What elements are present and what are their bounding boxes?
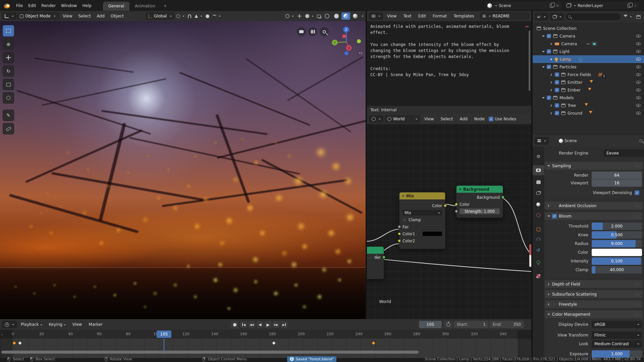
ambient-occlusion-panel-header[interactable]: Ambient Occlusion: [545, 202, 643, 209]
edge-node-right-top[interactable]: [529, 244, 531, 255]
row-scene-collection[interactable]: Scene Collection: [533, 24, 644, 32]
tab-object[interactable]: [533, 224, 544, 234]
color2-input-socket[interactable]: [398, 239, 401, 242]
row-ember[interactable]: ✓ Ember: [533, 86, 644, 94]
scene-selector[interactable]: Scene ×: [486, 2, 562, 9]
radius-slider[interactable]: 9.000: [592, 240, 642, 247]
use-nodes-checkbox[interactable]: ✓: [489, 117, 493, 121]
tab-render[interactable]: [533, 165, 544, 175]
transform-orientation-dropdown[interactable]: Global: [146, 12, 174, 20]
editor-type-button[interactable]: [535, 137, 549, 144]
depth-of-field-panel-header[interactable]: Depth of Field: [545, 280, 643, 288]
display-filter-dropdown[interactable]: [550, 13, 564, 20]
new-collection-button[interactable]: [635, 13, 642, 20]
freestyle-checkbox[interactable]: [552, 302, 557, 307]
menu-view[interactable]: View: [70, 321, 85, 328]
visibility-eye-icon[interactable]: [636, 35, 641, 38]
render-layer-selector[interactable]: RenderLayer ×: [565, 2, 640, 9]
color-management-panel-header[interactable]: Color Management: [545, 310, 643, 318]
text-content[interactable]: Animated file with particles, animated m…: [367, 21, 531, 106]
knee-slider[interactable]: 0.500: [592, 231, 642, 239]
menu-playback[interactable]: Playback: [18, 321, 45, 328]
strength-input-socket[interactable]: [455, 210, 458, 213]
pivot-point-dropdown[interactable]: [175, 12, 186, 20]
mode-dropdown[interactable]: Object Mode: [17, 12, 59, 20]
background-node-header[interactable]: Background: [457, 186, 503, 193]
edge-node[interactable]: der: [367, 246, 384, 279]
keyframe-diamond[interactable]: [272, 341, 276, 345]
timeline[interactable]: Playback Keying View Marker ◀ ◀◆ ◀ ▶ ◆▶ …: [0, 319, 531, 358]
bloom-panel-header[interactable]: ✓ Bloom: [545, 212, 643, 220]
tool-annotate[interactable]: ✎: [3, 110, 14, 121]
shading-rendered-button[interactable]: [351, 12, 360, 20]
visibility-eye-icon[interactable]: [636, 88, 641, 92]
editor-type-button[interactable]: [369, 12, 383, 20]
proportional-falloff-dropdown[interactable]: [211, 12, 222, 20]
editor-type-button[interactable]: [2, 12, 16, 20]
clamp-slider[interactable]: 40.000: [592, 266, 642, 274]
intensity-slider[interactable]: 0.100: [592, 257, 642, 265]
menu-view[interactable]: View: [422, 116, 436, 122]
menu-edit[interactable]: Edit: [25, 2, 39, 9]
expand-icon[interactable]: [551, 58, 553, 61]
keyframe-track[interactable]: [0, 339, 531, 358]
clamp-checkbox[interactable]: [402, 218, 407, 222]
collapse-icon[interactable]: [459, 189, 462, 191]
proportional-edit-toggle[interactable]: [204, 12, 211, 20]
copy-scene-icon[interactable]: [550, 4, 553, 8]
tab-view-layer[interactable]: [533, 188, 544, 198]
properties-editor[interactable]: Scene ⚙ ↺ Render Engine Eevee Sampling R…: [533, 135, 644, 358]
show-overlays-dropdown[interactable]: [304, 12, 315, 20]
tool-measure[interactable]: [3, 123, 14, 134]
visibility-eye-icon[interactable]: [636, 104, 641, 107]
row-emitter[interactable]: ✓ Emitter: [533, 78, 644, 86]
snap-target-dropdown[interactable]: [193, 12, 204, 20]
outliner[interactable]: Scene Collection ✓ Camera Camera ↪ ✓ Lig…: [533, 11, 644, 135]
play-button[interactable]: ▶: [264, 321, 272, 328]
edge-node-header[interactable]: [367, 247, 384, 254]
use-preview-range-button[interactable]: [444, 321, 452, 328]
row-force-fields[interactable]: ✓ Force Fields ))) 2: [533, 71, 644, 78]
tab-constraints[interactable]: [533, 234, 544, 244]
ao-checkbox[interactable]: [552, 203, 557, 208]
end-frame-field[interactable]: End: 350: [490, 321, 524, 328]
pan-view-button[interactable]: [308, 27, 317, 36]
threshold-slider[interactable]: 2.000: [592, 223, 642, 230]
bloom-color-swatch[interactable]: [592, 249, 642, 256]
play-reverse-button[interactable]: ◀: [256, 321, 264, 328]
tool-rotate[interactable]: ↻: [3, 65, 14, 77]
menu-keying[interactable]: Keying: [46, 321, 68, 328]
tool-transform[interactable]: [3, 92, 14, 104]
scene-name[interactable]: Scene: [499, 3, 548, 8]
current-frame-field[interactable]: 105: [419, 321, 442, 328]
3d-viewport[interactable]: Object Mode View Select Add Object Globa…: [0, 11, 366, 319]
background-output-socket[interactable]: [501, 196, 504, 199]
jump-to-start-button[interactable]: ◀: [240, 321, 248, 328]
show-gizmo-toggle[interactable]: [296, 12, 303, 20]
expand-icon[interactable]: [542, 66, 545, 69]
collection-checkbox[interactable]: ✓: [547, 65, 551, 69]
visibility-eye-icon[interactable]: [636, 112, 641, 115]
edge-node-right-bottom[interactable]: [529, 255, 531, 267]
visibility-eye-icon[interactable]: [636, 65, 641, 68]
keyframe-diamond[interactable]: [371, 341, 376, 345]
display-device-dropdown[interactable]: sRGB: [592, 321, 642, 328]
color-input-socket[interactable]: [455, 203, 458, 206]
menu-select[interactable]: Select: [438, 116, 455, 122]
expand-icon[interactable]: [551, 104, 553, 107]
xray-toggle[interactable]: [316, 12, 322, 20]
menu-view[interactable]: View: [60, 13, 75, 19]
collection-checkbox[interactable]: ✓: [555, 103, 559, 108]
node-canvas[interactable]: der Mix Color Mix Clamp Fac Color1 Color…: [367, 125, 531, 319]
tool-move[interactable]: [3, 52, 14, 63]
menu-node[interactable]: Node: [472, 116, 487, 122]
visibility-eye-icon[interactable]: [636, 96, 641, 99]
render-layer-name[interactable]: RenderLayer: [578, 3, 626, 8]
row-camera-object[interactable]: Camera ↪: [533, 40, 644, 48]
start-frame-field[interactable]: Start: 1: [454, 321, 489, 328]
collection-checkbox[interactable]: ✓: [555, 80, 559, 84]
visibility-eye-icon[interactable]: [636, 81, 641, 84]
menu-file[interactable]: File: [13, 2, 25, 9]
blend-mode-dropdown[interactable]: Mix: [402, 210, 442, 216]
tab-output[interactable]: [533, 177, 544, 187]
